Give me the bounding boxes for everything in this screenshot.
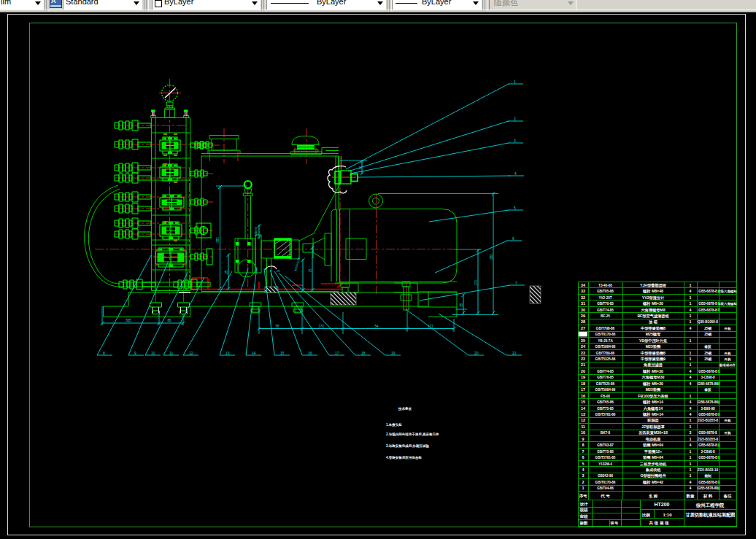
svg-text:4.管路安装后应冲洗合格: 4.管路安装后应冲洗合格 [386,455,422,460]
svg-text:9: 9 [582,437,585,441]
svg-text:4: 4 [690,289,692,293]
svg-text:4: 4 [514,171,517,176]
svg-text:甘蔗切割机液压站装配图: 甘蔗切割机液压站装配图 [684,512,735,518]
svg-text:1.各接头处: 1.各接头处 [386,422,402,427]
svg-text:备注: 备注 [722,494,732,499]
svg-text:4: 4 [690,480,692,484]
svg-text:15: 15 [280,351,285,355]
svg-text:GB342-86: GB342-86 [598,474,614,478]
svg-text:10: 10 [151,351,155,355]
svg-text:12: 12 [581,418,585,422]
svg-text:名 称: 名 称 [648,494,658,499]
svg-text:Y132M-4: Y132M-4 [598,462,612,466]
svg-text:精制: 精制 [703,474,711,478]
svg-text:GB/T74-85: GB/T74-85 [597,370,614,373]
svg-text:380: 380 [216,237,220,243]
svg-text:M25垫圈: M25垫圈 [646,344,660,349]
svg-text:33: 33 [581,289,585,293]
svg-text:GB/T5325-86: GB/T5325-86 [595,357,616,361]
svg-text:GB5-6878-8: GB5-6878-8 [698,302,717,306]
svg-text:17: 17 [335,351,339,355]
svg-text:标数: 标数 [579,521,588,526]
svg-text:YV2-25T: YV2-25T [598,296,612,300]
svg-text:8: 8 [582,443,585,447]
svg-text:4: 4 [690,400,692,404]
svg-text:29: 29 [581,314,585,318]
svg-text:GB5-6878-8: GB5-6878-8 [698,443,717,447]
svg-text:螺栓 M6×20: 螺栓 M6×20 [642,381,663,387]
svg-text:GB/T5781-86: GB/T5781-86 [595,413,616,416]
svg-text:YB型中压叶片泵: YB型中压叶片泵 [639,338,668,344]
svg-text:审核: 审核 [579,514,588,519]
svg-text:27: 27 [581,326,585,330]
svg-text:GB/T5781-85: GB/T5781-85 [595,456,616,459]
svg-text:4: 4 [690,369,692,373]
svg-text:4: 4 [690,412,692,416]
svg-text:28: 28 [581,319,585,324]
svg-text:BF型空气滤清器组: BF型空气滤清器组 [637,314,669,319]
svg-text:中型弹簧垫圈8: 中型弹簧垫圈8 [641,326,666,331]
svg-text:BK7-8: BK7-8 [601,431,611,435]
svg-text:FB-08: FB-08 [601,395,610,398]
svg-text:GB5-6878-8: GB5-6878-8 [698,370,717,373]
svg-text:GB/T65-86: GB/T65-86 [597,400,614,404]
svg-text:19: 19 [581,375,585,379]
svg-text:11: 11 [581,424,585,429]
svg-text:GB/T75-85: GB/T75-85 [597,407,614,411]
svg-text:FB100型压力表组: FB100型压力表组 [638,394,668,399]
svg-text:10: 10 [581,430,585,435]
svg-text:15: 15 [581,400,585,404]
svg-text:1: 1 [690,362,692,367]
svg-text:YV2型液位计: YV2型液位计 [642,295,665,300]
svg-text:25钢: 25钢 [704,357,711,362]
svg-text:1: 1 [690,301,692,306]
svg-text:1: 1 [690,455,692,459]
svg-text:6: 6 [582,455,585,459]
svg-text:4: 4 [690,375,692,379]
svg-text:4: 4 [690,308,692,312]
svg-text:螺栓 M6×20: 螺栓 M6×20 [642,301,663,306]
svg-text:GB/T525-86: GB/T525-86 [596,382,615,386]
svg-text:电动机座: 电动机座 [646,437,661,442]
svg-text:25: 25 [277,269,280,273]
svg-text:4: 4 [690,326,692,330]
svg-text:材 料: 材 料 [703,494,713,499]
svg-text:1: 1 [690,449,692,454]
svg-text:4: 4 [582,468,585,472]
svg-text:GB/T94-86: GB/T94-86 [597,486,614,490]
svg-text:20: 20 [581,369,585,373]
svg-text:GB5-6878-86: GB5-6878-86 [698,382,718,386]
svg-text:55: 55 [460,303,463,307]
svg-text:外购: 外购 [724,431,731,435]
svg-text:4: 4 [690,406,692,411]
svg-text:BF-25: BF-25 [601,314,610,318]
svg-text:1: 1 [690,351,692,355]
svg-text:54: 54 [374,325,379,328]
svg-text:六角螺母14: 六角螺母14 [643,406,663,411]
svg-text:1: 1 [690,394,692,398]
svg-text:M25螺母: M25螺母 [646,332,661,337]
svg-text:GB/T6170-86: GB/T6170-86 [595,481,616,484]
svg-text:TJ-40-00: TJ-40-00 [598,284,612,287]
svg-text:GB/T74-85: GB/T74-85 [597,309,614,312]
svg-text:中型弹簧垫圈9: 中型弹簧垫圈9 [641,357,666,362]
svg-text:GB/T93-87: GB/T93-87 [597,443,614,447]
svg-text:螺栓 M6×20: 螺栓 M6×20 [642,369,663,374]
svg-text:170: 170 [474,280,478,286]
svg-text:平垫圈12+: 平垫圈12+ [644,449,662,454]
svg-text:GB8-5878-86: GB8-5878-86 [698,400,718,404]
svg-text:标准成品件: 标准成品件 [719,363,736,368]
svg-text:联轴器: 联轴器 [647,418,659,423]
svg-text:比例: 比例 [642,513,650,518]
svg-text:角座过滤器: 角座过滤器 [643,362,663,368]
svg-text:25钢: 25钢 [704,332,711,337]
svg-text:GB5-6878-8: GB5-6878-8 [698,309,717,312]
svg-text:5: 5 [514,206,516,210]
svg-text:GB/T5984-86: GB/T5984-86 [595,388,616,392]
svg-text:86: 86 [167,319,171,322]
svg-text:25: 25 [581,338,585,343]
svg-text:徐州工程学院: 徐州工程学院 [695,503,725,508]
svg-text:1: 1 [690,468,692,472]
svg-text:螺栓 M6×14: 螺栓 M6×14 [642,400,663,405]
svg-text:1: 1 [690,314,692,318]
